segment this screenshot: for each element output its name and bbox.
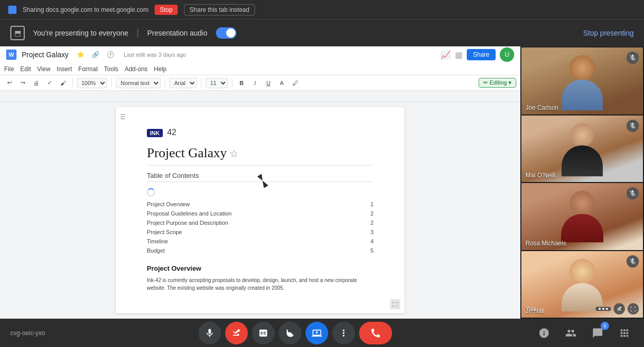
- toc-item: Project Purpose and Description2: [147, 219, 374, 226]
- mic-button[interactable]: [198, 322, 221, 344]
- chat-button[interactable]: 6: [588, 324, 607, 342]
- section-text: Ink-42 is currently accepting proposals …: [147, 276, 374, 292]
- chat-badge: 6: [601, 322, 609, 330]
- toc-item: Budget5: [147, 247, 374, 254]
- doc-content[interactable]: ☰ INK 42 Project Galaxy Table of Content…: [0, 102, 520, 315]
- doc-ruler: [0, 91, 520, 102]
- separator-4: [201, 78, 201, 88]
- video-tile-rosa: Rosa Michaels: [521, 183, 643, 250]
- menu-view[interactable]: View: [37, 65, 50, 73]
- share-screen-button[interactable]: [306, 322, 328, 344]
- chart-icon[interactable]: 📈: [440, 50, 451, 60]
- toc-item: Project Overview1: [147, 201, 374, 208]
- share-tab-button[interactable]: Share this tab instead: [184, 4, 255, 15]
- sharing-text: Sharing docs.google.com to meet.google.c…: [23, 6, 148, 13]
- doc-page: ☰ INK 42 Project Galaxy Table of Content…: [116, 107, 404, 313]
- stop-sharing-button[interactable]: Stop: [155, 5, 178, 15]
- presenting-label: You're presenting to everyone: [33, 29, 128, 37]
- joe-name: Joe Carlson: [526, 104, 558, 111]
- doc-menu: File Edit View Insert Format Tools Add-o…: [0, 63, 520, 75]
- sharing-bar: Sharing docs.google.com to meet.google.c…: [0, 0, 644, 20]
- toc-list: Project Overview1Proposal Guidelines and…: [147, 201, 374, 254]
- underline-btn[interactable]: U: [263, 78, 274, 88]
- you-more-menu[interactable]: [596, 307, 611, 311]
- redo-btn[interactable]: ↪: [18, 78, 28, 88]
- ink-number: 42: [167, 128, 176, 137]
- menu-format[interactable]: Format: [78, 65, 98, 73]
- you-mute-icon: [626, 255, 639, 268]
- document-area: W Project Galaxy ⭐ 🔗 🕐 Last edit was 3 d…: [0, 46, 520, 319]
- camera-button[interactable]: [225, 322, 248, 344]
- raise-hand-button[interactable]: [279, 322, 301, 344]
- print-btn[interactable]: 🖨: [31, 78, 41, 88]
- menu-edit[interactable]: Edit: [20, 65, 31, 73]
- editing-badge[interactable]: ✏ Editing ▾: [479, 78, 516, 88]
- menu-help[interactable]: Help: [154, 65, 167, 73]
- separator-2: [111, 78, 112, 88]
- more-options-button[interactable]: [332, 322, 355, 344]
- undo-btn[interactable]: ↩: [4, 78, 14, 88]
- highlight-btn[interactable]: 🖊: [290, 78, 300, 88]
- rosa-name: Rosa Michaels: [526, 240, 566, 247]
- section-area: Project Overview Ink-42 is currently acc…: [147, 265, 374, 292]
- doc-expand-button[interactable]: ⛶: [390, 299, 400, 309]
- doc-title-bar: W Project Galaxy ⭐ 🔗 🕐 Last edit was 3 d…: [0, 46, 520, 63]
- separator-5: [232, 78, 232, 88]
- spellcheck-btn[interactable]: ✓: [44, 78, 55, 88]
- share-button[interactable]: Share: [467, 49, 496, 60]
- doc-star-icon[interactable]: ⭐: [77, 51, 84, 58]
- you-camera-off-icon[interactable]: [614, 303, 625, 315]
- audio-label: Presentation audio: [147, 29, 208, 37]
- divider: |: [137, 27, 139, 38]
- video-tile-mai: Mai O'Neill: [521, 115, 643, 183]
- stop-presenting-button[interactable]: Stop presenting: [583, 29, 634, 37]
- video-panel: Joe Carlson Mai O'Neill Rosa Michaels: [520, 46, 644, 319]
- font-select[interactable]: Arial: [170, 78, 197, 88]
- sidebar-toggle[interactable]: ☰: [120, 113, 126, 121]
- doc-last-edit: Last edit was 3 days ago: [124, 52, 186, 58]
- separator-1: [72, 78, 73, 88]
- joe-mute-icon: [626, 52, 639, 64]
- meeting-id: cvg-oeic-yxo: [10, 329, 45, 337]
- you-expand-icon[interactable]: ⛶: [628, 303, 639, 315]
- you-participant-name: You: [526, 305, 536, 312]
- toc-item: Proposal Guidelines and Location2: [147, 210, 374, 217]
- center-controls: [59, 322, 531, 344]
- main-content: W Project Galaxy ⭐ 🔗 🕐 Last edit was 3 d…: [0, 46, 644, 319]
- menu-insert[interactable]: Insert: [57, 65, 72, 73]
- zoom-select[interactable]: 100%: [77, 78, 107, 88]
- font-size-select[interactable]: 11: [206, 78, 228, 88]
- paragraph-style-select[interactable]: Normal text: [116, 78, 161, 88]
- comments-icon[interactable]: ▦: [455, 50, 463, 60]
- paint-format-btn[interactable]: 🖌: [58, 78, 68, 88]
- bold-btn[interactable]: B: [236, 78, 247, 88]
- user-avatar: U: [500, 47, 514, 62]
- doc-history-icon[interactable]: 🕐: [107, 51, 114, 58]
- end-call-button[interactable]: [359, 322, 392, 344]
- menu-file[interactable]: File: [4, 65, 14, 73]
- italic-btn[interactable]: I: [250, 78, 260, 88]
- presentation-audio-toggle[interactable]: [216, 27, 236, 39]
- presenting-bar: ⬒ You're presenting to everyone | Presen…: [0, 20, 644, 46]
- google-favicon: [8, 6, 16, 14]
- doc-link-icon[interactable]: 🔗: [92, 51, 99, 58]
- ink-badge-area: INK 42: [147, 128, 374, 137]
- video-tile-joe: Joe Carlson: [521, 47, 643, 114]
- captions-button[interactable]: [252, 322, 275, 344]
- info-button[interactable]: [535, 324, 553, 342]
- people-button[interactable]: [562, 324, 580, 342]
- doc-title: Project Galaxy: [22, 51, 69, 59]
- ink-badge: INK: [147, 129, 163, 137]
- menu-tools[interactable]: Tools: [104, 65, 118, 73]
- mai-mute-icon: [626, 120, 639, 132]
- rosa-mute-icon: [626, 187, 639, 200]
- doc-heading: Project Galaxy: [147, 145, 374, 161]
- toc-item: Timeline4: [147, 238, 374, 245]
- separator-3: [165, 78, 165, 88]
- activities-button[interactable]: [615, 324, 634, 342]
- text-color-btn[interactable]: A: [277, 78, 287, 88]
- doc-format-bar: ↩ ↪ 🖨 ✓ 🖌 100% Normal text Arial 11 B I: [0, 75, 520, 91]
- toc-label: Table of Contents: [147, 172, 374, 182]
- section-heading: Project Overview: [147, 265, 374, 272]
- menu-addons[interactable]: Add-ons: [125, 65, 148, 73]
